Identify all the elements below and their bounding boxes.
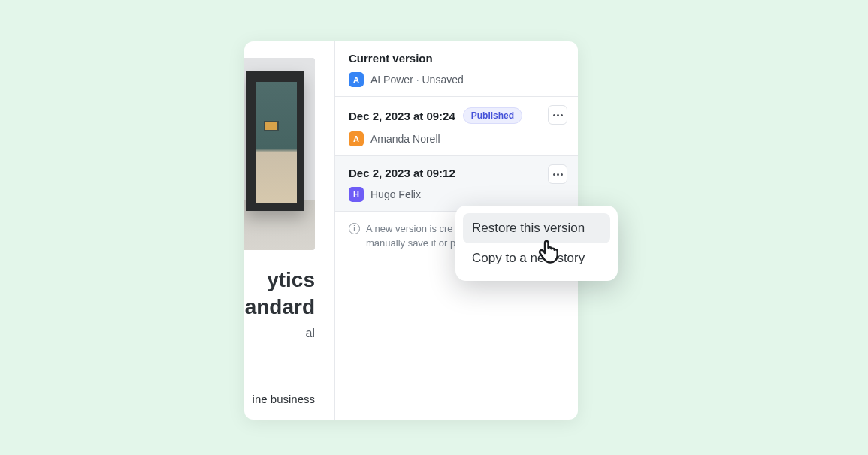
version-item[interactable]: Dec 2, 2023 at 09:12 H Hugo Felix (335, 156, 578, 212)
author-name: AI Power · Unsaved (370, 74, 464, 86)
restore-version-option[interactable]: Restore this version (463, 213, 610, 243)
subtitle-fragment: al (306, 327, 315, 340)
author-name: Amanda Norell (370, 133, 440, 145)
avatar: A (349, 131, 364, 146)
copy-to-new-story-option[interactable]: Copy to a new story (463, 243, 610, 273)
story-header-image (244, 58, 315, 250)
version-item[interactable]: Dec 2, 2023 at 09:24 Published A Amanda … (335, 97, 578, 156)
more-options-button[interactable] (548, 164, 567, 184)
version-current[interactable]: Current version A AI Power · Unsaved (335, 41, 578, 97)
headline-fragment: andard (245, 294, 315, 321)
body-fragment: ine business (253, 393, 315, 405)
more-options-button[interactable] (548, 105, 567, 125)
version-timestamp: Dec 2, 2023 at 09:24 (349, 110, 455, 122)
author-name: Hugo Felix (370, 188, 421, 200)
version-title: Current version (349, 52, 433, 65)
avatar: H (349, 187, 364, 202)
version-timestamp: Dec 2, 2023 at 09:12 (349, 167, 455, 179)
avatar: A (349, 72, 364, 87)
published-badge: Published (463, 107, 522, 124)
version-context-menu: Restore this version Copy to a new story (455, 206, 618, 281)
headline-fragment: ytics (267, 267, 315, 294)
story-content-preview: ytics andard al ine business (244, 41, 334, 420)
info-icon: i (349, 223, 360, 234)
